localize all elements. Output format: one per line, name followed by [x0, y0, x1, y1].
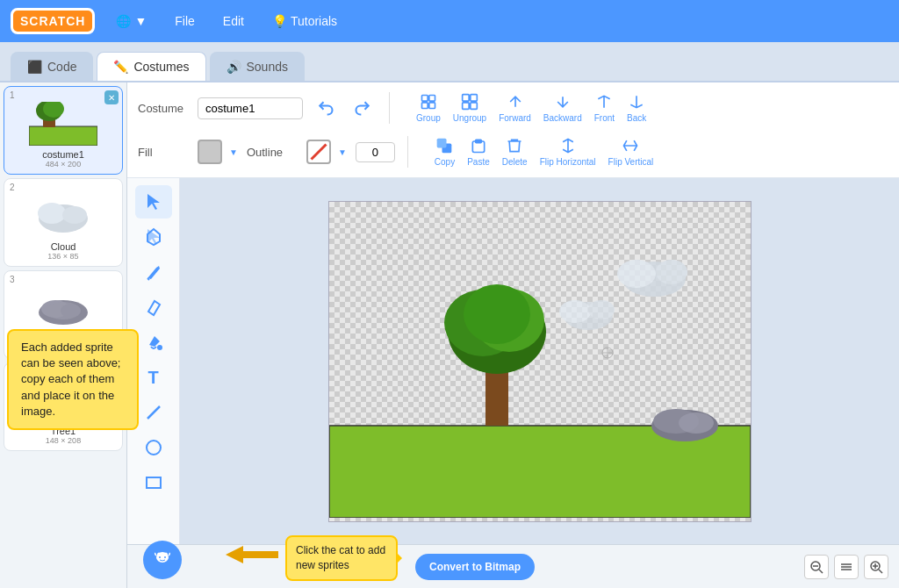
ungroup-button[interactable]: Ungroup [448, 90, 492, 126]
line-tool[interactable] [135, 396, 172, 429]
front-button[interactable]: Front [589, 90, 620, 126]
outline-caret[interactable]: ▼ [338, 147, 347, 157]
zoom-in-button[interactable] [864, 555, 888, 579]
svg-point-6 [62, 206, 87, 224]
costume-preview-2 [28, 191, 98, 240]
tab-costumes[interactable]: ✏️ Costumes [97, 52, 205, 81]
rect-tool[interactable] [135, 466, 172, 499]
edit-buttons: Copy Paste Delete [429, 133, 658, 170]
zoom-reset-button[interactable] [834, 555, 859, 579]
toolbar: Costume [127, 82, 899, 178]
tutorials-button[interactable]: 💡 Tutorials [265, 11, 344, 32]
svg-rect-59 [243, 551, 278, 558]
fill-label: Fill [138, 146, 189, 159]
svg-rect-34 [147, 477, 161, 488]
costume-num-3: 3 [10, 275, 15, 284]
paste-button[interactable]: Paste [462, 133, 495, 170]
svg-point-42 [617, 260, 656, 288]
svg-rect-19 [463, 95, 470, 102]
group-button[interactable]: Group [411, 90, 446, 126]
add-sprite-button[interactable] [143, 541, 182, 579]
redo-button[interactable] [349, 96, 377, 120]
text-tool[interactable]: T [135, 361, 172, 394]
svg-point-55 [164, 553, 168, 557]
costume-name-1: costume1 [42, 149, 84, 160]
fill-color-swatch[interactable] [198, 140, 222, 164]
costume-num-2: 2 [10, 183, 15, 192]
svg-line-61 [819, 570, 823, 573]
svg-rect-17 [421, 103, 428, 109]
svg-point-10 [46, 302, 81, 319]
svg-line-32 [147, 406, 160, 419]
backward-button[interactable]: Backward [538, 90, 587, 126]
tab-code[interactable]: ⬛ Code [11, 52, 93, 81]
navbar: SCRATCH 🌐 ▼ File Edit 💡 Tutorials [0, 0, 899, 42]
reshape-tool[interactable] [135, 220, 172, 254]
file-menu-button[interactable]: File [168, 11, 202, 32]
svg-point-56 [159, 556, 161, 558]
undo-button[interactable] [312, 96, 340, 120]
outline-value-input[interactable] [356, 142, 395, 162]
lightbulb-icon: 💡 [272, 14, 287, 28]
svg-point-46 [588, 300, 615, 319]
canvas-area[interactable] [180, 178, 899, 544]
select-tool[interactable] [135, 185, 172, 219]
flip-vertical-button[interactable]: Flip Vertical [603, 133, 659, 170]
svg-marker-27 [147, 194, 160, 210]
scratch-logo: SCRATCH [11, 8, 95, 34]
costume-delete-1[interactable]: ✕ [104, 90, 119, 104]
copy-button[interactable]: Copy [429, 133, 460, 170]
svg-point-57 [164, 556, 166, 558]
delete-button[interactable]: Delete [497, 133, 533, 170]
globe-caret: ▼ [134, 14, 147, 28]
main-canvas[interactable] [329, 202, 751, 518]
costume-preview-3 [28, 283, 98, 332]
sprite-arrow [226, 544, 278, 569]
svg-point-5 [38, 203, 66, 224]
costume-num-1: 1 [10, 90, 15, 100]
sound-tab-icon: 🔊 [227, 60, 241, 74]
svg-point-54 [157, 553, 161, 557]
outline-color-swatch[interactable] [306, 140, 331, 164]
flip-horizontal-button[interactable]: Flip Horizontal [535, 133, 601, 170]
costume-size-4: 148 × 208 [46, 436, 81, 445]
pencil-tab-icon: ✏️ [113, 60, 128, 74]
editor-body: T [127, 178, 899, 544]
bottom-bar: Click the cat to add new sprites Convert… [127, 544, 899, 588]
tab-sounds[interactable]: 🔊 Sounds [210, 52, 305, 81]
costume-preview-1 [28, 99, 98, 147]
edit-menu-button[interactable]: Edit [216, 11, 251, 32]
svg-rect-18 [429, 103, 435, 109]
toolbar-row-1: Costume [138, 90, 888, 126]
zoom-out-button[interactable] [804, 555, 829, 579]
fill-tool[interactable] [135, 326, 172, 359]
convert-bitmap-button[interactable]: Convert to Bitmap [415, 554, 535, 580]
costume-item-1[interactable]: 1 ✕ costume1 484 × 200 [4, 86, 123, 175]
fill-section: ▼ [198, 140, 238, 164]
canvas-container [328, 201, 752, 522]
forward-button[interactable]: Forward [493, 90, 536, 126]
svg-point-33 [147, 441, 161, 455]
pencil-tool[interactable] [135, 255, 172, 289]
costume-item-2[interactable]: 2 Cloud 136 × 85 [4, 178, 123, 267]
globe-button[interactable]: 🌐 ▼ [109, 11, 154, 32]
toolbar-row-2: Fill ▼ Outline ▼ [138, 133, 888, 170]
svg-point-49 [679, 412, 714, 434]
back-button[interactable]: Back [622, 90, 651, 126]
svg-rect-16 [429, 96, 435, 102]
costume-size-2: 136 × 85 [47, 252, 78, 261]
svg-rect-24 [437, 139, 447, 148]
callout-info: Each added sprite can be seen above; cop… [7, 329, 127, 430]
eraser-tool[interactable] [135, 290, 172, 324]
svg-rect-21 [463, 103, 470, 110]
code-icon: ⬛ [27, 60, 42, 74]
svg-line-67 [879, 570, 882, 573]
svg-rect-0 [29, 126, 97, 146]
costume-name-input[interactable] [198, 97, 303, 119]
costume-label: Costume [138, 102, 189, 115]
circle-tool[interactable] [135, 431, 172, 464]
fill-caret[interactable]: ▼ [229, 147, 238, 157]
editor-area: Costume [127, 82, 899, 588]
zoom-controls [804, 555, 888, 579]
svg-point-31 [157, 345, 162, 350]
